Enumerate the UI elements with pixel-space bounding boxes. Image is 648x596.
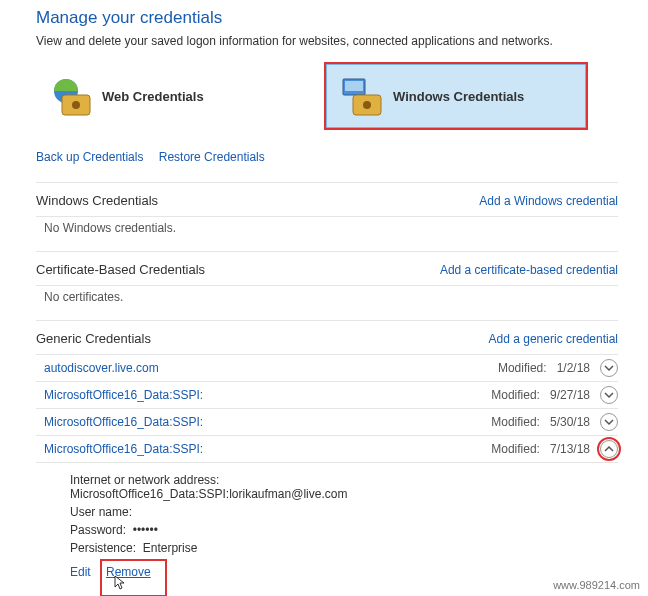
tab-web-label: Web Credentials (102, 89, 204, 104)
windows-credentials-icon (341, 75, 383, 117)
detail-password-label: Password: (70, 523, 126, 537)
section-windows-title: Windows Credentials (36, 193, 158, 208)
modified-label: Modified: (498, 361, 547, 375)
watermark-text: www.989214.com (551, 578, 642, 592)
section-generic-title: Generic Credentials (36, 331, 151, 346)
section-windows-credentials: Windows Credentials Add a Windows creden… (36, 182, 618, 251)
chevron-up-icon[interactable] (600, 440, 618, 458)
redacted-text (203, 444, 303, 456)
add-windows-credential-link[interactable]: Add a Windows credential (479, 194, 618, 208)
detail-password-value: •••••• (133, 523, 158, 537)
section-certificate-credentials: Certificate-Based Credentials Add a cert… (36, 251, 618, 320)
chevron-down-icon[interactable] (600, 386, 618, 404)
modified-date: 9/27/18 (550, 388, 590, 402)
section-certificate-title: Certificate-Based Credentials (36, 262, 205, 277)
credential-name[interactable]: MicrosoftOffice16_Data:SSPI: (44, 442, 303, 456)
backup-links: Back up Credentials Restore Credentials (36, 150, 618, 164)
credential-row[interactable]: MicrosoftOffice16_Data:SSPI: Modified: 5… (36, 408, 618, 435)
redacted-text (203, 390, 303, 402)
page-title: Manage your credentials (36, 8, 618, 28)
credential-row[interactable]: autodiscover.live.com Modified: 1/2/18 (36, 354, 618, 381)
page-subtitle: View and delete your saved logon informa… (36, 34, 618, 48)
redacted-text (203, 417, 303, 429)
chevron-down-icon[interactable] (600, 413, 618, 431)
restore-credentials-link[interactable]: Restore Credentials (159, 150, 265, 164)
detail-persistence-value: Enterprise (143, 541, 198, 555)
svg-point-6 (363, 101, 371, 109)
detail-persistence-label: Persistence: (70, 541, 136, 555)
credential-name[interactable]: MicrosoftOffice16_Data:SSPI: (44, 388, 303, 402)
modified-label: Modified: (491, 415, 540, 429)
section-windows-empty: No Windows credentials. (36, 216, 618, 245)
modified-date: 7/13/18 (550, 442, 590, 456)
tab-web-credentials[interactable]: Web Credentials (36, 64, 296, 128)
modified-date: 1/2/18 (557, 361, 590, 375)
svg-rect-4 (345, 81, 363, 91)
credential-row-expanded[interactable]: MicrosoftOffice16_Data:SSPI: Modified: 7… (36, 435, 618, 462)
detail-address-label: Internet or network address: (70, 473, 219, 487)
tab-windows-label: Windows Credentials (393, 89, 524, 104)
credential-name[interactable]: autodiscover.live.com (44, 361, 159, 375)
detail-username-label: User name: (70, 505, 132, 519)
modified-label: Modified: (491, 388, 540, 402)
credential-name[interactable]: MicrosoftOffice16_Data:SSPI: (44, 415, 303, 429)
modified-label: Modified: (491, 442, 540, 456)
credential-actions: Edit Remove (70, 561, 618, 595)
remove-credential-link[interactable]: Remove (106, 565, 151, 579)
section-generic-credentials: Generic Credentials Add a generic creden… (36, 320, 618, 596)
add-generic-credential-link[interactable]: Add a generic credential (489, 332, 618, 346)
web-credentials-icon (50, 75, 92, 117)
add-certificate-credential-link[interactable]: Add a certificate-based credential (440, 263, 618, 277)
svg-point-2 (72, 101, 80, 109)
backup-credentials-link[interactable]: Back up Credentials (36, 150, 143, 164)
credential-row[interactable]: MicrosoftOffice16_Data:SSPI: Modified: 9… (36, 381, 618, 408)
edit-credential-link[interactable]: Edit (70, 565, 91, 579)
chevron-down-icon[interactable] (600, 359, 618, 377)
credential-tabs: Web Credentials Windows Credentials (36, 64, 618, 128)
credential-detail: Internet or network address: MicrosoftOf… (36, 462, 618, 596)
detail-address-value: MicrosoftOffice16_Data:SSPI:lorikaufman@… (70, 487, 347, 501)
section-certificate-empty: No certificates. (36, 285, 618, 314)
tab-windows-credentials[interactable]: Windows Credentials (326, 64, 586, 128)
modified-date: 5/30/18 (550, 415, 590, 429)
